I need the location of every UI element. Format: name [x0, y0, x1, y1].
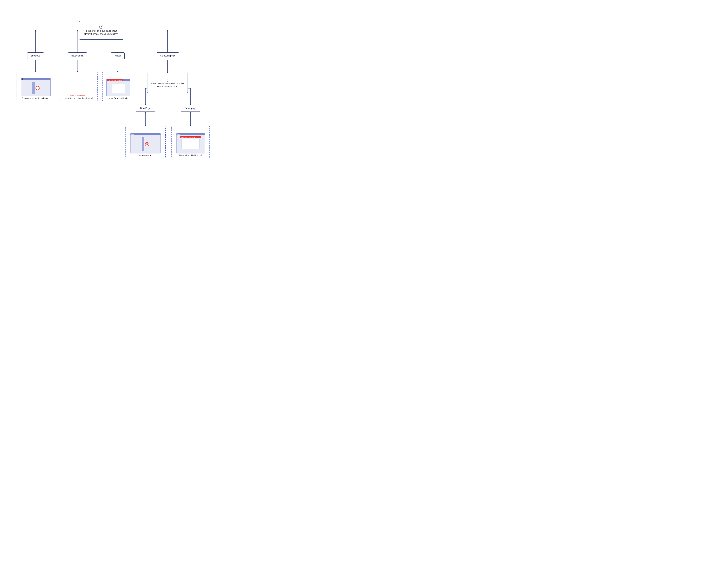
svg-point-21 [77, 30, 78, 31]
modal-label: Modal [111, 52, 125, 59]
same-page-card: This is an error message Use an Error No… [171, 126, 210, 158]
something-else-label: Something else [157, 52, 179, 59]
svg-point-26 [145, 112, 146, 113]
error-circle-subpage: ✕ [35, 86, 39, 90]
sub-page-label: Sub-page [27, 52, 44, 59]
modal-card-label: Use an Error Notification! [106, 97, 131, 99]
svg-point-20 [35, 30, 36, 31]
question-icon-action: ? [166, 78, 169, 82]
notification-bar-modal: This is an error message [107, 79, 123, 81]
input-card-label: Use a Badge below the element! [63, 97, 94, 99]
input-element-label: Input element [68, 52, 87, 59]
same-page-card-label: Use an Error Notification! [178, 154, 203, 156]
question-icon-root: ? [99, 25, 103, 29]
user-action-text: Would the user's action lead to a new pa… [147, 82, 188, 88]
sub-page-card: ⬛ ✕ ✕ Show error within the sub-page! [17, 72, 55, 101]
modal-card: This is an error message Use an Error No… [102, 72, 134, 101]
diagram-container: ? Is the error on a sub-page, input elem… [0, 0, 221, 177]
error-circle-newpage: ✕ [145, 142, 149, 146]
input-mock [67, 91, 89, 95]
notification-bar-samepage: This is an error message [181, 136, 201, 138]
root-question-text: Is the error on a sub-page, input elemen… [79, 29, 123, 36]
user-action-question-node: ? Would the user's action lead to a new … [147, 73, 188, 93]
root-question-node: ? Is the error on a sub-page, input elem… [79, 21, 123, 39]
new-page-label: New Page [136, 105, 155, 112]
svg-point-27 [190, 112, 191, 113]
svg-point-23 [167, 30, 168, 31]
sub-page-card-label: Show error within the sub-page! [20, 97, 51, 99]
error-text-badge: This is an error message [70, 95, 86, 97]
same-page-label: Same page [181, 105, 200, 112]
input-element-card: This is an error message Use a Badge bel… [59, 72, 98, 101]
new-page-card: ✕ Use a page error! [125, 126, 166, 158]
new-page-card-label: Use a page error! [136, 154, 154, 156]
